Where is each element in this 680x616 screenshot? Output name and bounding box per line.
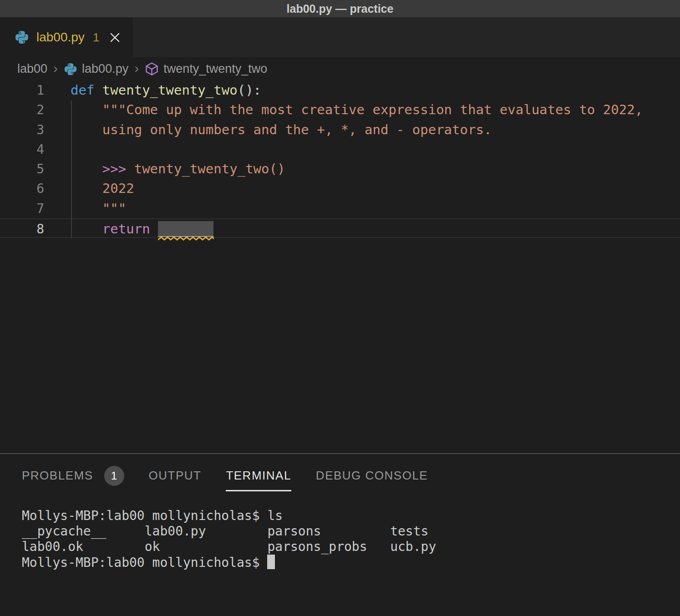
token-plain (71, 221, 102, 237)
code-line-text: """ (71, 199, 126, 218)
panel-tab-terminal[interactable]: TERMINAL (226, 454, 291, 497)
breadcrumb-file[interactable]: lab00.py (82, 62, 128, 76)
line-number: 6 (0, 179, 44, 198)
indent-guide (71, 101, 72, 238)
line-number: 1 (0, 81, 44, 100)
token-plain (94, 82, 102, 98)
panel-tab-label: OUTPUT (149, 454, 202, 497)
code-line-7[interactable]: 7 """ (0, 199, 680, 218)
window-title: lab00.py — practice (287, 2, 394, 15)
token-plain: (): (238, 82, 261, 98)
code-line-1[interactable]: 1def twenty_twenty_two(): (0, 81, 680, 100)
python-icon (64, 62, 77, 76)
panel-tab-label: PROBLEMS (22, 454, 93, 497)
code-line-text: 2022 (71, 179, 134, 198)
panel-tab-output[interactable]: OUTPUT (149, 454, 202, 497)
tab-label: lab00.py (36, 30, 85, 45)
code-line-text: using only numbers and the +, *, and - o… (71, 120, 492, 140)
token-ctrl: return (102, 221, 150, 237)
python-icon (15, 30, 29, 45)
code-lines: 1def twenty_twenty_two():2 """Come up wi… (0, 81, 680, 238)
bottom-panel: PROBLEMS1OUTPUTTERMINALDEBUG CONSOLE Mol… (0, 453, 680, 616)
token-str: """Come up with the most creative expres… (102, 102, 643, 117)
chevron-right-icon: › (134, 61, 139, 76)
token-plain (71, 181, 102, 196)
line-number: 5 (0, 159, 44, 179)
token-str: twenty_twenty_two() (126, 161, 285, 177)
terminal-cursor (267, 555, 275, 569)
code-editor[interactable]: 1def twenty_twenty_two():2 """Come up wi… (0, 81, 680, 453)
panel-tab-bar: PROBLEMS1OUTPUTTERMINALDEBUG CONSOLE (0, 454, 680, 497)
tab-bar: lab00.py 1 (0, 17, 680, 57)
token-plain (71, 201, 102, 216)
panel-tab-problems[interactable]: PROBLEMS1 (22, 454, 124, 497)
line-number: 4 (0, 140, 44, 159)
symbol-method-icon (145, 62, 159, 76)
code-line-8[interactable]: 8 return _______ (0, 218, 680, 238)
token-kw: def (71, 82, 94, 98)
chevron-right-icon: › (53, 61, 58, 76)
panel-tab-debug-console[interactable]: DEBUG CONSOLE (316, 454, 428, 497)
terminal[interactable]: Mollys-MBP:lab00 mollynicholas$ ls __pyc… (0, 497, 680, 571)
token-str: using only numbers and the +, *, and - o… (102, 122, 492, 137)
token-plain (150, 221, 158, 237)
code-line-6[interactable]: 6 2022 (0, 179, 680, 198)
code-line-text: def twenty_twenty_two(): (71, 81, 261, 100)
code-line-5[interactable]: 5 >>> twenty_twenty_two() (0, 159, 680, 179)
token-fn: twenty_twenty_two (102, 82, 238, 98)
code-line-text: return _______ (71, 219, 213, 237)
breadcrumb-symbol[interactable]: twenty_twenty_two (163, 62, 267, 76)
return-placeholder-selection[interactable]: _______ (158, 219, 213, 239)
token-str: """ (102, 201, 126, 216)
code-line-2[interactable]: 2 """Come up with the most creative expr… (0, 100, 680, 120)
code-line-4[interactable]: 4 (0, 140, 680, 159)
tab-problem-count: 1 (93, 30, 99, 45)
token-plain (71, 122, 102, 137)
code-line-text: >>> twenty_twenty_two() (71, 159, 285, 179)
line-number: 2 (0, 100, 44, 120)
titlebar: lab00.py — practice (0, 0, 680, 17)
code-line-3[interactable]: 3 using only numbers and the +, *, and -… (0, 120, 680, 140)
token-ctrl: >>> (102, 161, 126, 177)
line-number: 3 (0, 120, 44, 140)
token-plain (71, 102, 102, 117)
line-number: 8 (0, 219, 44, 237)
breadcrumb-folder[interactable]: lab00 (17, 62, 47, 76)
selected-text: _______ (158, 221, 213, 237)
line-number: 7 (0, 199, 44, 218)
panel-tab-label: DEBUG CONSOLE (316, 454, 428, 497)
vscode-window: lab00.py — practice lab00.py 1 lab00 › (0, 0, 680, 616)
terminal-output: Mollys-MBP:lab00 mollynicholas$ ls __pyc… (22, 508, 680, 571)
close-icon[interactable] (109, 31, 121, 44)
breadcrumb: lab00 › lab00.py › twenty_twenty_two (0, 57, 680, 81)
panel-tab-label: TERMINAL (226, 454, 291, 497)
tab-lab00py[interactable]: lab00.py 1 (0, 17, 133, 57)
token-str: 2022 (102, 181, 134, 196)
problems-count-badge: 1 (104, 466, 124, 486)
code-line-text: """Come up with the most creative expres… (71, 100, 643, 120)
token-plain (71, 161, 102, 177)
